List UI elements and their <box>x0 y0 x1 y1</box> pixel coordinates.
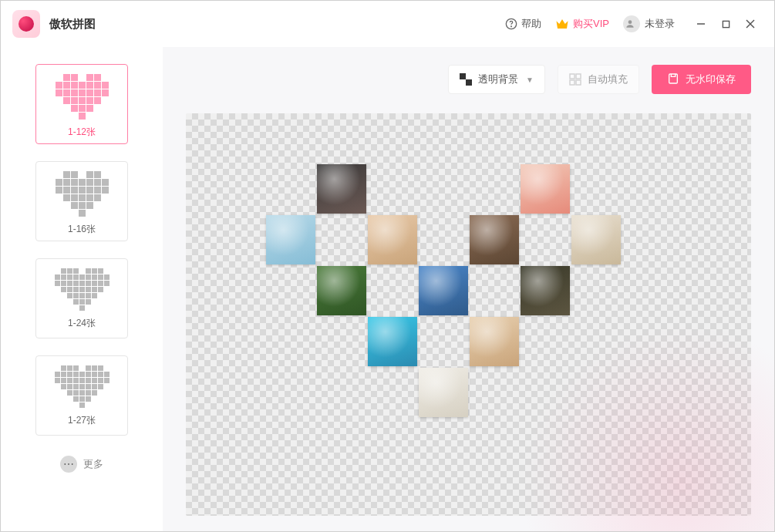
minimize-button[interactable] <box>689 13 713 35</box>
template-card-3[interactable]: 1-27张 <box>35 355 128 436</box>
template-card-0[interactable]: 1-12张 <box>35 64 128 144</box>
chevron-down-icon: ▼ <box>526 76 534 84</box>
heart-icon <box>55 268 110 311</box>
svg-rect-12 <box>570 80 575 85</box>
vip-label: 购买VIP <box>573 17 609 31</box>
grid-icon <box>569 73 581 86</box>
login-label: 未登录 <box>645 17 675 31</box>
template-sidebar: 1-12张1-16张1-24张1-27张 ⋯ 更多 <box>1 47 163 531</box>
svg-rect-11 <box>576 74 581 79</box>
save-button[interactable]: 无水印保存 <box>652 65 751 94</box>
svg-rect-13 <box>576 80 581 85</box>
close-icon <box>746 19 755 29</box>
template-card-1[interactable]: 1-16张 <box>35 161 128 241</box>
avatar-icon <box>623 15 640 32</box>
svg-rect-8 <box>460 73 466 79</box>
crown-icon <box>555 19 569 29</box>
main-area: 透明背景 ▼ 自动填充 无水印保存 <box>163 47 774 531</box>
maximize-icon <box>722 20 730 29</box>
collage-canvas[interactable] <box>186 113 751 516</box>
photo-slot[interactable] <box>521 266 570 315</box>
svg-point-2 <box>628 20 632 24</box>
more-label: 更多 <box>83 457 103 471</box>
save-icon <box>667 72 679 87</box>
svg-rect-9 <box>466 79 472 86</box>
heart-icon <box>56 171 109 217</box>
more-icon: ⋯ <box>60 456 77 473</box>
photo-slot[interactable] <box>317 164 366 214</box>
more-templates-button[interactable]: ⋯ 更多 <box>60 456 103 473</box>
template-label: 1-12张 <box>68 126 96 139</box>
help-button[interactable]: 帮助 <box>505 17 541 31</box>
photo-slot[interactable] <box>470 215 519 264</box>
svg-rect-14 <box>669 74 678 83</box>
photo-slot[interactable] <box>419 266 468 315</box>
background-dropdown[interactable]: 透明背景 ▼ <box>448 65 545 94</box>
help-label: 帮助 <box>521 17 541 31</box>
save-label: 无水印保存 <box>686 72 736 86</box>
background-label: 透明背景 <box>478 72 518 86</box>
toolbar: 透明背景 ▼ 自动填充 无水印保存 <box>186 62 751 96</box>
autofill-button[interactable]: 自动填充 <box>558 65 639 94</box>
app-logo <box>12 10 40 38</box>
titlebar: 傲软拼图 帮助 购买VIP 未登录 <box>1 1 774 47</box>
svg-point-1 <box>511 26 512 27</box>
collage-grid <box>266 164 672 417</box>
photo-slot[interactable] <box>266 215 315 264</box>
buy-vip-button[interactable]: 购买VIP <box>555 17 609 31</box>
autofill-label: 自动填充 <box>588 72 628 86</box>
template-label: 1-24张 <box>68 317 96 330</box>
close-button[interactable] <box>738 13 763 35</box>
template-label: 1-16张 <box>68 223 96 236</box>
svg-rect-4 <box>723 21 729 27</box>
app-title: 傲软拼图 <box>49 17 96 32</box>
template-card-2[interactable]: 1-24张 <box>35 258 128 338</box>
login-button[interactable]: 未登录 <box>623 15 675 32</box>
heart-icon <box>55 365 110 408</box>
photo-slot[interactable] <box>368 317 417 366</box>
svg-rect-10 <box>570 74 575 79</box>
minimize-icon <box>696 19 706 29</box>
photo-slot[interactable] <box>571 215 621 264</box>
photo-slot[interactable] <box>317 266 366 315</box>
photo-slot[interactable] <box>419 368 468 417</box>
template-label: 1-27张 <box>68 414 96 427</box>
help-icon <box>505 18 517 30</box>
transparency-icon <box>460 73 472 86</box>
heart-icon <box>56 74 109 120</box>
photo-slot[interactable] <box>521 164 570 214</box>
photo-slot[interactable] <box>470 317 519 366</box>
photo-slot[interactable] <box>368 215 417 264</box>
maximize-button[interactable] <box>713 13 738 35</box>
